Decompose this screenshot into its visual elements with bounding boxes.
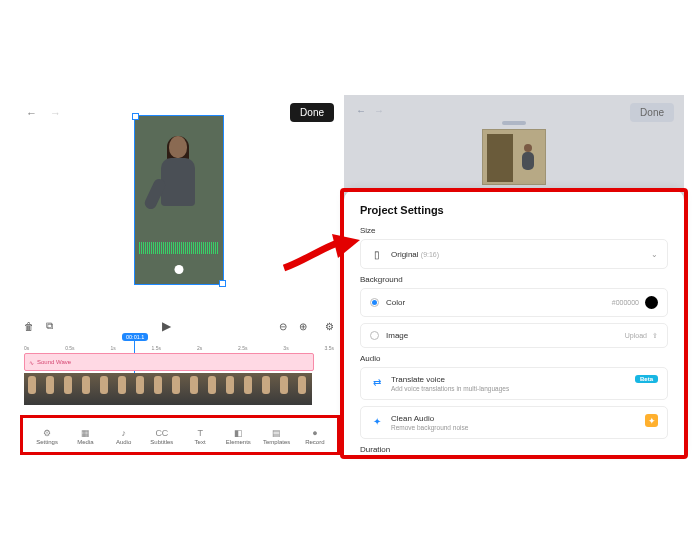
radio-selected-icon[interactable] [370, 298, 379, 307]
toolbar-tab-label: Text [195, 439, 206, 445]
audio-track-label: Sound Wave [37, 359, 71, 365]
size-row[interactable]: ▯ Original (9:16) ⌄ [360, 239, 668, 269]
project-settings-sheet: Project Settings Size ▯ Original (9:16) … [344, 190, 684, 455]
delete-icon[interactable]: 🗑 [24, 321, 34, 332]
undo-icon[interactable]: ← [356, 105, 366, 116]
toolbar-tab-label: Audio [116, 439, 131, 445]
audio-icon: ♪ [118, 427, 129, 438]
toolbar-tab-label: Templates [263, 439, 290, 445]
zoom-in-icon[interactable]: ⊕ [299, 321, 307, 332]
canvas-play-icon[interactable] [175, 265, 184, 274]
upload-icon: ⇪ [652, 332, 658, 340]
toolbar-tab-label: Settings [36, 439, 58, 445]
editor-panel: ← → Done 🗑 ⧉ ▶ ⊖ ⊕ ⚙ 0s0.5s1s1.5s2s [14, 95, 344, 455]
toolbar-tab-elements[interactable]: ◧Elements [219, 427, 257, 445]
toolbar-tab-templates[interactable]: ▤Templates [258, 427, 296, 445]
toolbar-tab-subtitles[interactable]: CCSubtitles [143, 427, 181, 445]
done-button[interactable]: Done [290, 103, 334, 122]
translate-voice-row[interactable]: ⇄ Translate voice Add voice translations… [360, 367, 668, 400]
sheet-title: Project Settings [360, 204, 668, 216]
subtitles-icon: CC [156, 427, 167, 438]
text-icon: T [195, 427, 206, 438]
settings-panel: ← → Done Project Settings Size ▯ Origina… [344, 95, 684, 455]
redo-icon[interactable]: → [50, 107, 64, 117]
chevron-down-icon: ⌄ [651, 250, 658, 259]
templates-icon: ▤ [271, 427, 282, 438]
redo-icon[interactable]: → [374, 105, 384, 116]
bg-color-value: #000000 [612, 299, 639, 306]
video-canvas[interactable] [134, 115, 224, 285]
timeline-ruler[interactable]: 0s0.5s1s1.5s2s2.5s3s3.5s [24, 341, 334, 351]
bg-color-row[interactable]: Color #000000 [360, 288, 668, 317]
audio-track[interactable]: ∿ Sound Wave [24, 353, 314, 371]
zoom-out-icon[interactable]: ⊖ [279, 321, 287, 332]
mini-canvas [482, 129, 546, 185]
video-track[interactable] [24, 373, 314, 405]
transport-controls: 🗑 ⧉ ▶ ⊖ ⊕ ⚙ [24, 315, 334, 337]
toolbar-tab-audio[interactable]: ♪Audio [105, 427, 143, 445]
toolbar-tab-label: Record [305, 439, 324, 445]
beta-badge: Beta [635, 375, 658, 383]
premium-badge-icon: ✦ [645, 414, 658, 427]
audio-section-label: Audio [360, 354, 668, 363]
toolbar-tab-label: Elements [226, 439, 251, 445]
settings-icon[interactable]: ⚙ [325, 321, 334, 332]
canvas-region: ← → Done [14, 95, 344, 305]
background-editor: ← → Done [344, 95, 684, 190]
media-icon: ▦ [80, 427, 91, 438]
toolbar-tab-text[interactable]: TText [181, 427, 219, 445]
duplicate-icon[interactable]: ⧉ [46, 320, 53, 332]
audio-waveform-overlay [139, 242, 219, 254]
sparkle-icon: ✦ [370, 414, 384, 428]
sheet-handle-icon[interactable] [502, 121, 526, 125]
playhead-time: 00:01.1 [122, 333, 148, 341]
settings-icon: ⚙ [42, 427, 53, 438]
wave-icon: ∿ [29, 359, 34, 366]
done-button[interactable]: Done [630, 103, 674, 122]
size-section-label: Size [360, 226, 668, 235]
toolbar-tab-record[interactable]: ●Record [296, 427, 334, 445]
toolbar-tab-media[interactable]: ▦Media [66, 427, 104, 445]
undo-icon[interactable]: ← [26, 107, 40, 117]
record-icon: ● [309, 427, 320, 438]
background-section-label: Background [360, 275, 668, 284]
clean-audio-row[interactable]: ✦ Clean Audio Remove background noise ✦ [360, 406, 668, 439]
translate-icon: ⇄ [370, 375, 384, 389]
toolbar-tab-label: Media [77, 439, 93, 445]
play-icon[interactable]: ▶ [162, 319, 171, 333]
bottom-toolbar: ⚙Settings▦Media♪AudioCCSubtitlesTText◧El… [24, 419, 338, 453]
phone-icon: ▯ [370, 247, 384, 261]
toolbar-tab-settings[interactable]: ⚙Settings [28, 427, 66, 445]
duration-section-label: Duration [360, 445, 668, 454]
bg-image-row[interactable]: Image Upload ⇪ [360, 323, 668, 348]
toolbar-tab-label: Subtitles [150, 439, 173, 445]
color-swatch[interactable] [645, 296, 658, 309]
radio-unselected-icon[interactable] [370, 331, 379, 340]
elements-icon: ◧ [233, 427, 244, 438]
